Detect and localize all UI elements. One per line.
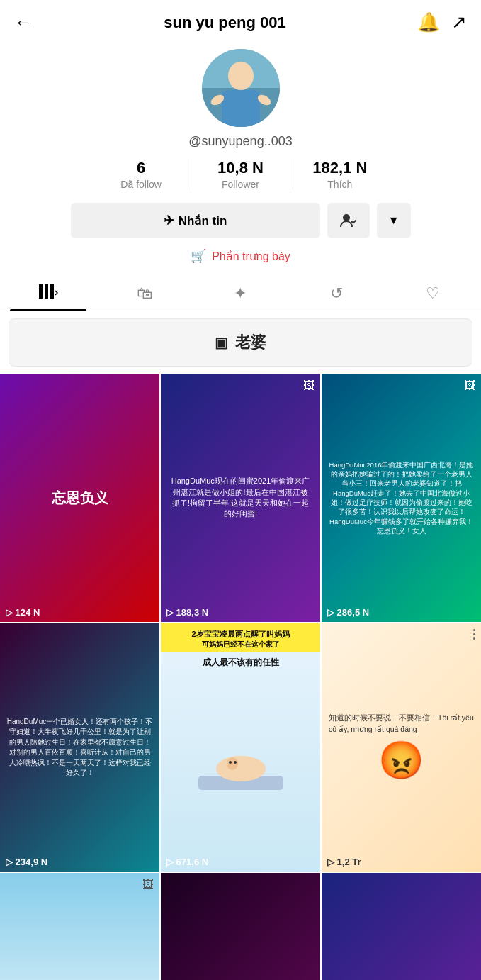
header: ← sun yu peng 001 🔔 ↗ [0, 0, 481, 42]
photo-icon-3: 🖼 [464, 379, 475, 392]
photo-icon-2: 🖼 [303, 379, 315, 392]
person-check-icon [340, 213, 357, 228]
play-count-1: ▷ 124 N [6, 607, 40, 618]
stat-following: 6 Đã follow [92, 159, 191, 190]
menu-icon-6 [473, 629, 475, 640]
tab-shop[interactable]: 🛍 [96, 277, 193, 311]
page-title: sun yu peng 001 [164, 13, 285, 32]
more-options-button[interactable]: ▼ [377, 203, 411, 238]
video-text-2: HangDuMuc现在的闺蜜2021年偷渡来广州湛江就是做小姐的!最后在中国湛江… [161, 374, 320, 622]
svg-rect-8 [39, 284, 43, 299]
video-text-8: 谢谢！ [161, 873, 320, 980]
message-icon: ✈ [164, 213, 174, 228]
back-button[interactable]: ← [14, 11, 33, 33]
tab-videos[interactable] [0, 277, 96, 311]
baby-video-header: 2岁宝宝凌晨两点醒了叫妈妈 可妈妈已经不在这个家了 [161, 623, 320, 652]
grid-icon [38, 284, 58, 304]
play-count-6: ▷ 1,2 Tr [327, 857, 361, 867]
baby-illustration [191, 737, 290, 794]
svg-rect-10 [50, 284, 54, 299]
playlist-label: 老婆 [235, 332, 266, 353]
profile-section: @sunyupeng..003 6 Đã follow 10,8 N Follo… [0, 42, 481, 274]
playlist-icon: ▣ [215, 334, 228, 351]
avatar [202, 49, 280, 127]
message-label: Nhắn tin [179, 213, 227, 228]
tab-favorites[interactable]: ✦ [193, 277, 289, 311]
play-count-2: ▷ 188,3 N [166, 607, 208, 618]
svg-point-7 [343, 214, 350, 221]
svg-point-13 [227, 757, 238, 770]
likes-count: 182,1 N [312, 159, 367, 177]
video-cell-9[interactable]: HangDuMuc今年在越南大火以后！ [322, 873, 481, 980]
video-text-3: HangDuMuc2016年偷渡来中国广西北海！是她的亲妈把她骗过了的！把她卖给… [322, 374, 481, 622]
svg-point-3 [228, 62, 254, 90]
video-cell-3[interactable]: HangDuMuc2016年偷渡来中国广西北海！是她的亲妈把她骗过了的！把她卖给… [322, 374, 481, 622]
dropdown-icon: ▼ [388, 214, 400, 227]
playlist-banner[interactable]: ▣ 老婆 [9, 318, 472, 367]
play-count-4: ▷ 234,9 N [6, 857, 47, 867]
follow-check-button[interactable] [327, 203, 370, 238]
shop-label: Phần trưng bày [212, 250, 290, 263]
play-count-5: ▷ 671,6 N [166, 857, 208, 867]
angry-emoji: 😡 [378, 739, 424, 782]
video-cell-8[interactable]: 谢谢！ [161, 873, 320, 980]
photo-icon-7: 🖼 [142, 879, 154, 891]
action-buttons-row: ✈ Nhắn tin ▼ [64, 203, 418, 238]
tab-reposts[interactable]: ↺ [288, 277, 385, 311]
stats-row: 6 Đã follow 10,8 N Follower 182,1 N Thíc… [92, 159, 390, 190]
video-cell-5[interactable]: 2岁宝宝凌晨两点醒了叫妈妈 可妈妈已经不在这个家了 成人最不该有的任性 ▷ 67… [161, 623, 320, 872]
share-icon[interactable]: ↗ [451, 11, 467, 33]
followers-label: Follower [222, 179, 259, 190]
video-cell-6[interactable]: 知道的时候不要说，不要相信！Tôi rất yêu cô ấy, nhưng r… [322, 623, 481, 872]
star-icon: ✦ [234, 284, 247, 303]
svg-point-14 [229, 761, 232, 764]
stat-likes: 182,1 N Thích [290, 159, 389, 190]
following-label: Đã follow [120, 179, 162, 190]
tabs-row: 🛍 ✦ ↺ ♡ [0, 274, 481, 311]
repost-icon: ↺ [330, 284, 343, 303]
video-text-9: HangDuMuc今年在越南大火以后！ [322, 873, 481, 980]
likes-label: Thích [327, 179, 352, 190]
video-cell-2[interactable]: HangDuMuc现在的闺蜜2021年偷渡来广州湛江就是做小姐的!最后在中国湛江… [161, 374, 320, 622]
shop-icon: 🛒 [191, 248, 206, 264]
stat-followers: 10,8 N Follower [191, 159, 290, 190]
video-grid: 忘恩负义 ▷ 124 N HangDuMuc现在的闺蜜2021年偷渡来广州湛江就… [0, 374, 481, 980]
video-cell-1[interactable]: 忘恩负义 ▷ 124 N [0, 374, 159, 622]
message-button[interactable]: ✈ Nhắn tin [71, 203, 320, 238]
shop-banner[interactable]: 🛒 Phần trưng bày [191, 248, 290, 264]
heart-icon: ♡ [426, 284, 440, 303]
svg-rect-4 [222, 90, 260, 127]
shop-bag-icon: 🛍 [137, 284, 152, 303]
video-text-1: 忘恩负义 [0, 374, 159, 622]
video-cell-7[interactable]: 🖼 [0, 873, 159, 980]
baby-video-caption: 成人最不该有的任性 [198, 652, 283, 673]
notification-icon[interactable]: 🔔 [417, 11, 440, 33]
following-count: 6 [137, 159, 145, 177]
video-text-6: 知道的时候不要说，不要相信！Tôi rất yêu cô ấy, nhưng r… [329, 713, 474, 735]
username-label: @sunyupeng..003 [188, 134, 292, 149]
svg-point-15 [234, 761, 237, 764]
video-cell-4[interactable]: HangDuMuc一个已婚女人！还有两个孩子！不守妇道！大半夜飞好几千公里！就是… [0, 623, 159, 872]
followers-count: 10,8 N [217, 159, 264, 177]
tab-likes[interactable]: ♡ [385, 277, 481, 311]
video-text-4: HangDuMuc一个已婚女人！还有两个孩子！不守妇道！大半夜飞好几千公里！就是… [0, 623, 159, 872]
play-count-3: ▷ 286,5 N [327, 607, 369, 618]
svg-point-12 [216, 756, 266, 781]
svg-rect-9 [45, 284, 48, 299]
